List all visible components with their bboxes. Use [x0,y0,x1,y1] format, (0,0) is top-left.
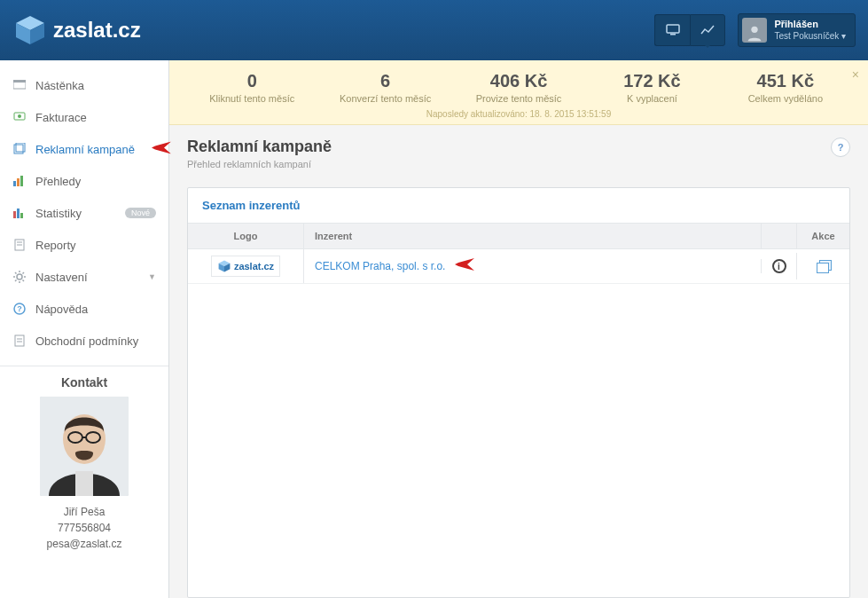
chart-line-icon [700,24,715,36]
svg-line-30 [23,272,25,274]
svg-rect-33 [15,335,24,346]
svg-rect-14 [17,178,20,186]
stats-view-button[interactable] [690,14,725,46]
svg-line-29 [15,280,17,282]
stat-label: Provize tento měsíc [452,93,585,104]
table-row: zaslat.cz CELKOM Praha, spol. s r.o. i [188,249,849,284]
sidebar-item-label: Reklamní kampaně [35,143,135,156]
svg-line-27 [15,272,17,274]
sidebar-item-campaigns[interactable]: Reklamní kampaně [0,133,168,165]
stats-updated: Naposledy aktualizováno: 18. 8. 2015 13:… [185,104,852,121]
stats-bar: × 0 Kliknutí tento měsíc 6 Konverzí tent… [169,60,868,125]
user-status: Přihlášen [774,19,846,30]
svg-rect-4 [670,34,676,35]
sidebar-item-label: Obchodní podmínky [35,334,138,348]
stat-label: Kliknutí tento měsíc [185,93,318,104]
user-menu[interactable]: Přihlášen Test Pokusníček ▾ [738,13,856,47]
top-view-toggle [654,14,725,46]
brand-name: zaslat.cz [53,18,141,43]
svg-rect-13 [13,181,16,186]
svg-line-28 [23,280,25,282]
svg-rect-17 [17,209,20,218]
sidebar-item-label: Přehledy [35,175,81,188]
sidebar-item-label: Fakturace [35,111,87,124]
help-icon: ? [12,302,27,316]
overview-icon [12,174,27,188]
chevron-down-icon: ▼ [148,272,156,281]
stat-commission: 406 Kč Provize tento měsíc [452,71,585,104]
terms-icon [12,334,27,348]
page-title: Reklamní kampaně [187,138,332,156]
invoice-icon [12,110,27,124]
svg-rect-7 [13,80,26,83]
stat-value: 451 Kč [719,71,852,91]
sidebar-item-terms[interactable]: Obchodní podmínky [0,325,168,357]
sidebar-item-label: Nástěnka [35,79,84,92]
stat-clicks: 0 Kliknutí tento měsíc [185,71,318,104]
monitor-icon [666,24,680,36]
advertiser-link[interactable]: CELKOM Praha, spol. s r.o. [303,249,761,283]
stat-label: Konverzí tento měsíc [318,93,451,104]
report-icon [12,238,27,252]
svg-marker-45 [455,258,474,271]
svg-marker-12 [152,142,171,154]
page-header: Reklamní kampaně Přehled reklamních kamp… [169,125,868,182]
sidebar-item-label: Nastavení [35,271,88,284]
contact-block: Kontakt Jiří Peša 777556804 pesa@zaslat.… [0,375,168,561]
campaign-icon [12,142,27,156]
sidebar-item-overview[interactable]: Přehledy [0,165,168,197]
svg-point-9 [18,114,21,118]
svg-point-5 [752,27,758,33]
sidebar-item-label: Nápověda [35,303,88,316]
col-header-advertiser: Inzerent [303,224,761,248]
copy-icon[interactable] [817,260,831,272]
stat-value: 406 Kč [452,71,585,91]
svg-rect-41 [75,471,93,496]
pointer-arrow-icon [455,258,474,273]
close-icon[interactable]: × [852,67,859,82]
dashboard-icon [12,78,27,92]
chevron-down-icon: ▾ [841,31,846,41]
info-icon[interactable]: i [772,259,786,273]
stat-conversions: 6 Konverzí tento měsíc [318,71,451,104]
sidebar-item-stats[interactable]: Statistiky Nové [0,197,168,229]
svg-rect-3 [667,25,679,33]
advertiser-name: CELKOM Praha, spol. s r.o. [315,260,445,272]
main-content: × 0 Kliknutí tento měsíc 6 Konverzí tent… [169,60,868,598]
advertiser-logo-text: zaslat.cz [234,261,274,271]
person-icon [745,23,764,43]
sidebar-item-label: Statistiky [35,207,82,220]
stats-icon [12,206,27,220]
svg-rect-15 [20,176,23,186]
help-button[interactable]: ? [831,138,850,157]
contact-email[interactable]: pesa@zaslat.cz [9,536,160,552]
sidebar-item-dashboard[interactable]: Nástěnka [0,69,168,101]
stat-payout: 172 Kč K vyplacení [585,71,718,104]
sidebar-item-settings[interactable]: Nastavení ▼ [0,261,168,293]
brand-logo[interactable]: zaslat.cz [12,12,141,48]
stat-label: Celkem vyděláno [719,93,852,104]
stat-total: 451 Kč Celkem vyděláno [719,71,852,104]
box-icon [12,12,48,48]
svg-point-22 [17,274,22,279]
stat-label: K vyplacení [585,93,718,104]
pointer-arrow-icon [152,142,171,157]
contact-photo [40,397,129,496]
table-header: Logo Inzerent Akce [188,224,849,249]
stat-value: 172 Kč [585,71,718,91]
sidebar-item-reports[interactable]: Reporty [0,229,168,261]
advertisers-panel: Seznam inzerentů Logo Inzerent Akce zasl… [187,187,850,598]
desktop-view-button[interactable] [654,14,690,46]
contact-title: Kontakt [9,375,160,389]
sidebar-item-help[interactable]: ? Nápověda [0,293,168,325]
stat-value: 6 [318,71,451,91]
avatar [742,18,767,43]
col-header-action: Akce [796,224,849,248]
sidebar-item-invoice[interactable]: Fakturace [0,101,168,133]
page-subtitle: Přehled reklamních kampaní [187,159,332,169]
gear-icon [12,270,27,284]
contact-name: Jiří Peša [9,504,160,520]
svg-rect-16 [13,211,16,218]
user-name: Test Pokusníček [774,31,839,41]
col-header-info [761,224,796,248]
